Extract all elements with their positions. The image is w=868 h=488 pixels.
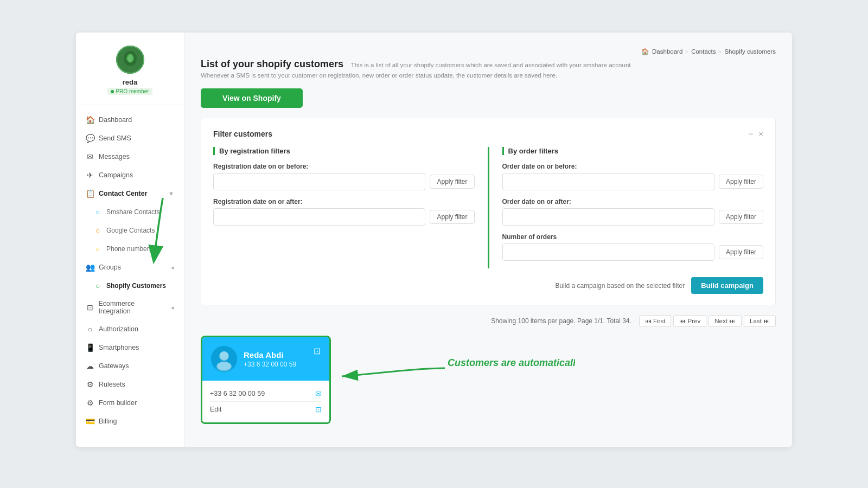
last-page-button[interactable]: Last ⏭: [744, 315, 776, 327]
sidebar-item-smartphones[interactable]: 📱 Smartphones: [76, 338, 184, 357]
circle-icon: ○: [93, 281, 102, 290]
sidebar-item-rulesets[interactable]: ⚙ Rulesets: [76, 375, 184, 394]
sidebar-item-phone-numbers[interactable]: ○ Phone numbers: [76, 240, 184, 258]
filter-panel-header: Filter customers − ×: [213, 129, 763, 138]
card-customer-phone-header: +33 6 32 00 00 59: [244, 361, 296, 368]
sidebar-item-smshare-contacts[interactable]: ○ Smshare Contacts: [76, 203, 184, 221]
sidebar: reda PRO member 🏠 Dashboard 💬 Send SMS ✉: [76, 33, 184, 447]
sidebar-item-billing[interactable]: 💳 Billing: [76, 412, 184, 431]
sidebar-item-ecommerce-integration[interactable]: ⊡ Ecommerce Integration ◂: [76, 295, 184, 320]
billing-icon: 💳: [86, 417, 94, 426]
filter-num-orders-row: Number of orders Apply filter: [502, 233, 764, 261]
first-page-button[interactable]: ⏮ First: [639, 315, 672, 327]
sidebar-item-gateways[interactable]: ☁ Gateways: [76, 357, 184, 375]
sidebar-nav: 🏠 Dashboard 💬 Send SMS ✉ Messages ✈ Camp…: [76, 105, 184, 436]
group-icon: 👥: [86, 263, 94, 272]
sidebar-item-shopify-customers[interactable]: ○ Shopify Customers: [76, 277, 184, 295]
card-top-icon: ⊡: [314, 346, 321, 356]
filter-reg-before-input[interactable]: [213, 173, 425, 190]
filter-left-section-title: By registration filters: [213, 147, 475, 155]
pagination-row: Showing 100 items per page. Page 1/1. To…: [201, 315, 776, 327]
edit-icon: ⊡: [315, 405, 322, 414]
minimize-filter-button[interactable]: −: [748, 129, 753, 138]
email-icon: ✉: [315, 389, 322, 398]
page-title: List of your shopify customers: [201, 59, 343, 69]
smartphone-icon: 📱: [86, 343, 94, 352]
content-area: 🏠 Dashboard › Contacts › Shopify custome…: [184, 33, 792, 447]
filter-right-col: By order filters Order date on or before…: [502, 147, 764, 268]
sidebar-item-contact-center[interactable]: 📋 Contact Center ▼: [76, 184, 184, 203]
pagination-text: Showing 100 items per page. Page 1/1. To…: [491, 317, 631, 325]
card-phone-row: +33 6 32 00 00 59 ✉: [210, 386, 322, 402]
filter-order-before-input[interactable]: [502, 173, 714, 190]
filter-num-orders-label: Number of orders: [502, 233, 764, 241]
pro-dot: [111, 90, 114, 93]
annotation-arrow-svg: Customers are automatically imported: [326, 330, 575, 395]
next-page-button[interactable]: Next ⏭: [709, 315, 742, 327]
chevron-left-icon: ◂: [171, 264, 174, 271]
sidebar-item-groups[interactable]: 👥 Groups ◂: [76, 258, 184, 277]
chat-icon: 💬: [86, 134, 94, 143]
filter-order-before-label: Order date on or before:: [502, 163, 764, 170]
svg-point-7: [217, 362, 231, 370]
circle-icon: ○: [93, 226, 102, 235]
card-edit-label: Edit: [210, 406, 222, 413]
envelope-icon: ✉: [86, 152, 94, 161]
page-subtitle: This is a list of all your shopify custo…: [351, 62, 633, 68]
card-phone-value: +33 6 32 00 00 59: [210, 390, 265, 397]
filter-reg-after-input[interactable]: [213, 208, 425, 226]
filter-reg-after-label: Registration date on or after:: [213, 198, 475, 206]
ecommerce-icon: ⊡: [86, 303, 94, 312]
circle-icon: ○: [93, 245, 102, 253]
gear-icon: ⚙: [86, 380, 94, 389]
apply-filter-order-after-button[interactable]: Apply filter: [719, 210, 763, 224]
breadcrumb: 🏠 Dashboard › Contacts › Shopify custome…: [201, 48, 776, 55]
home-icon: 🏠: [86, 115, 94, 124]
filter-order-after-label: Order date on or after:: [502, 198, 764, 206]
sidebar-item-form-builder[interactable]: ⚙ Form builder: [76, 394, 184, 412]
filter-num-orders-input[interactable]: [502, 243, 714, 261]
sidebar-item-messages[interactable]: ✉ Messages: [76, 147, 184, 166]
card-avatar: [211, 346, 237, 372]
apply-filter-reg-after-button[interactable]: Apply filter: [430, 210, 474, 224]
pro-badge: PRO member: [107, 88, 152, 95]
sidebar-item-campaigns[interactable]: ✈ Campaigns: [76, 166, 184, 184]
apply-filter-reg-before-button[interactable]: Apply filter: [430, 175, 474, 189]
card-customer-name: Reda Abdi: [244, 350, 296, 359]
filter-reg-after-row: Registration date on or after: Apply fil…: [213, 198, 475, 226]
card-header: Reda Abdi +33 6 32 00 00 59 ⊡: [202, 337, 329, 381]
apply-filter-order-before-button[interactable]: Apply filter: [719, 175, 763, 189]
chevron-down-icon: ▼: [168, 190, 174, 197]
filter-panel-title: Filter customers: [213, 130, 272, 138]
filter-order-after-input[interactable]: [502, 208, 714, 226]
page-header: List of your shopify customers This is a…: [201, 59, 776, 79]
customer-cards-area: Reda Abdi +33 6 32 00 00 59 ⊡ +33 6 32 0…: [201, 336, 331, 424]
filter-footer: Build a campaign based on the selected f…: [213, 277, 763, 294]
filter-reg-before-row: Registration date on or before: Apply fi…: [213, 163, 475, 190]
view-on-shopify-button[interactable]: View on Shopify: [201, 88, 303, 108]
sidebar-item-authorization[interactable]: ○ Authorization: [76, 320, 184, 338]
auth-icon: ○: [86, 325, 94, 333]
close-filter-button[interactable]: ×: [758, 129, 763, 138]
home-breadcrumb-icon: 🏠: [641, 48, 649, 55]
filter-order-before-row: Order date on or before: Apply filter: [502, 163, 764, 190]
apply-filter-num-orders-button[interactable]: Apply filter: [719, 245, 763, 259]
sidebar-item-send-sms[interactable]: 💬 Send SMS: [76, 129, 184, 147]
card-edit-row[interactable]: Edit ⊡: [210, 402, 322, 417]
filter-footer-text: Build a campaign based on the selected f…: [555, 282, 685, 290]
chevron-left-icon: ◂: [171, 304, 174, 311]
card-body: +33 6 32 00 00 59 ✉ Edit ⊡: [202, 381, 329, 422]
page-desc: Whenever a SMS is sent to your customer …: [201, 72, 633, 79]
sidebar-profile: reda PRO member: [76, 33, 184, 105]
cloud-icon: ☁: [86, 362, 94, 370]
sidebar-item-dashboard[interactable]: 🏠 Dashboard: [76, 111, 184, 129]
filter-left-col: By registration filters Registration dat…: [213, 147, 489, 268]
svg-point-6: [220, 351, 228, 360]
circle-icon: ○: [93, 208, 102, 216]
filter-right-section-title: By order filters: [502, 147, 764, 155]
paper-plane-icon: ✈: [86, 171, 94, 179]
sidebar-item-google-contacts[interactable]: ○ Google Contacts: [76, 221, 184, 240]
build-campaign-button[interactable]: Build campaign: [691, 277, 763, 294]
filter-panel: Filter customers − × By registration fil…: [201, 118, 776, 305]
prev-page-button[interactable]: ⏮ Prev: [673, 315, 706, 327]
